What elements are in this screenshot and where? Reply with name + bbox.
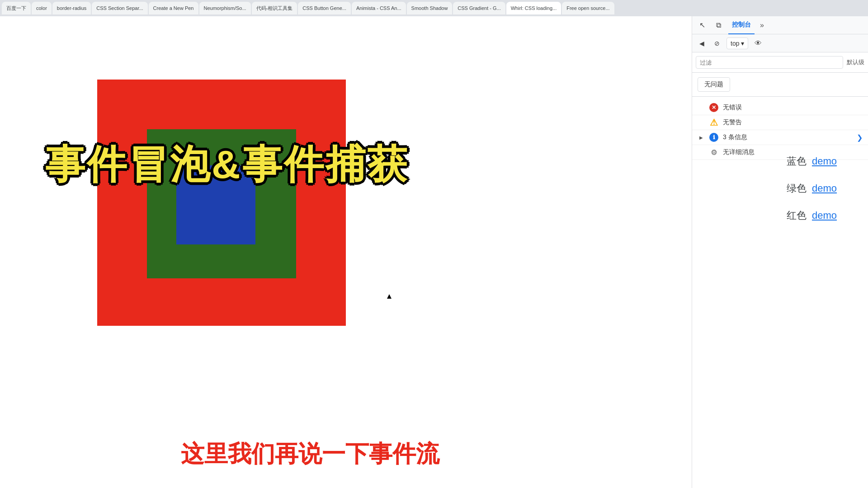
eye-icon: 👁 bbox=[755, 39, 762, 47]
browser-tab[interactable]: 代码-相识工具集 bbox=[252, 2, 297, 14]
browser-tab[interactable]: Create a New Pen bbox=[149, 2, 198, 14]
cursor-icon: ↖ bbox=[699, 21, 705, 29]
back-icon: ◀ bbox=[699, 40, 704, 47]
mouse-cursor bbox=[387, 294, 392, 300]
expand-arrow-icon bbox=[698, 104, 705, 111]
browser-tab[interactable]: CSS Section Separ... bbox=[92, 2, 147, 14]
right-links-panel: 蓝色demo绿色demo红色demo bbox=[782, 33, 868, 222]
browser-tab[interactable]: CSS Button Gene... bbox=[298, 2, 351, 14]
link-row: 绿色demo bbox=[787, 182, 868, 195]
expand-arrow-icon[interactable]: ▶ bbox=[698, 134, 705, 141]
expand-arrow-icon bbox=[698, 119, 705, 126]
clear-console-button[interactable]: ◀ bbox=[696, 38, 708, 49]
block-icon: ⊘ bbox=[714, 40, 720, 47]
browser-tab[interactable]: Animista - CSS An... bbox=[352, 2, 406, 14]
link-color-label: 绿色 bbox=[787, 182, 807, 195]
log-text: 3 条信息 bbox=[723, 133, 747, 141]
demo-canvas bbox=[97, 80, 346, 326]
link-demo-link[interactable]: demo bbox=[812, 155, 837, 167]
expand-arrow-icon bbox=[698, 149, 705, 156]
context-dropdown[interactable]: top ▾ bbox=[726, 38, 748, 49]
browser-tabs: 百度一下colorborder-radiusCSS Section Separ.… bbox=[0, 0, 868, 16]
warning-icon: ⚠ bbox=[709, 118, 718, 127]
more-tabs-button[interactable]: » bbox=[760, 21, 764, 29]
debug-icon: ⚙ bbox=[709, 148, 718, 157]
cursor-tool-button[interactable]: ↖ bbox=[696, 19, 708, 32]
title-overlay: 事件冒泡&事件捕获 bbox=[45, 143, 461, 187]
browser-tab[interactable]: Smooth Shadow bbox=[407, 2, 453, 14]
devtools-toolbar: ↖ ⧉ 控制台 » bbox=[692, 16, 868, 34]
log-text: 无警告 bbox=[723, 118, 742, 127]
eye-button[interactable]: 👁 bbox=[752, 37, 764, 50]
no-issues-button[interactable]: 无问题 bbox=[698, 77, 730, 92]
content-pane: 事件冒泡&事件捕获 这里我们再说一下事件流 bbox=[0, 16, 692, 488]
main-area: 事件冒泡&事件捕获 这里我们再说一下事件流 蓝色demo绿色demo红色demo… bbox=[0, 16, 868, 488]
browser-tab[interactable]: CSS Gradient - G... bbox=[453, 2, 505, 14]
device-toggle-button[interactable]: ⧉ bbox=[712, 19, 725, 32]
log-text: 无错误 bbox=[723, 103, 742, 112]
console-tab[interactable]: 控制台 bbox=[728, 16, 755, 34]
block-button[interactable]: ⊘ bbox=[711, 38, 723, 49]
dropdown-arrow-icon: ▾ bbox=[741, 40, 744, 47]
info-icon: ℹ bbox=[709, 133, 718, 142]
browser-tab[interactable]: 百度一下 bbox=[2, 2, 31, 14]
device-icon: ⧉ bbox=[716, 21, 721, 29]
link-color-label: 蓝色 bbox=[787, 155, 807, 168]
browser-tab[interactable]: color bbox=[32, 2, 52, 14]
link-color-label: 红色 bbox=[787, 209, 807, 222]
browser-tab[interactable]: border-radius bbox=[52, 2, 91, 14]
bottom-text: 这里我们再说一下事件流 bbox=[181, 438, 439, 470]
link-demo-link[interactable]: demo bbox=[812, 210, 837, 221]
browser-tab[interactable]: Neumorphism/So... bbox=[199, 2, 251, 14]
log-text: 无详细消息 bbox=[723, 148, 755, 156]
error-icon: ✕ bbox=[709, 103, 718, 112]
link-row: 蓝色demo bbox=[787, 155, 868, 168]
main-title: 事件冒泡&事件捕获 bbox=[45, 143, 461, 187]
browser-tab[interactable]: Free open source... bbox=[562, 2, 614, 14]
context-label: top bbox=[731, 40, 739, 47]
browser-tab[interactable]: Whirl: CSS loading... bbox=[506, 2, 561, 14]
link-demo-link[interactable]: demo bbox=[812, 183, 837, 194]
link-row: 红色demo bbox=[787, 209, 868, 222]
